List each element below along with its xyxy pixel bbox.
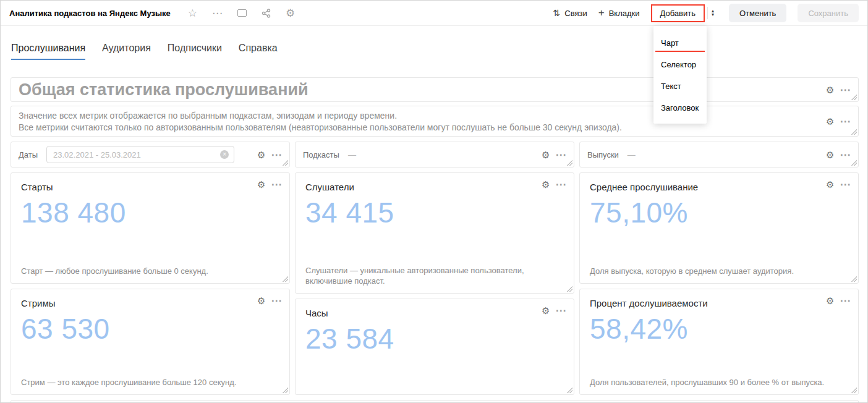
stat-title: Старты	[21, 182, 279, 192]
menu-item-heading[interactable]: Заголовок	[653, 97, 707, 119]
resize-handle[interactable]	[282, 387, 288, 393]
selector-value[interactable]: —	[628, 150, 636, 159]
clear-icon[interactable]: ×	[220, 150, 229, 159]
add-widget-dropdown: Чарт Селектор Текст Заголовок	[653, 26, 707, 124]
date-range-value: 23.02.2021 - 25.03.2021	[53, 150, 141, 159]
tab-listens[interactable]: Прослушивания	[11, 43, 85, 60]
partial-widget	[11, 400, 859, 403]
more-options-icon[interactable]: ⋯	[271, 295, 283, 306]
more-options-icon[interactable]: ⋯	[840, 179, 851, 190]
resize-handle[interactable]	[566, 387, 572, 393]
more-options-icon[interactable]: ⋯	[840, 85, 851, 95]
more-options-icon[interactable]: ⋯	[556, 179, 567, 190]
favorite-star-icon[interactable]: ☆	[188, 8, 197, 19]
menu-item-chart[interactable]: Чарт	[653, 32, 707, 54]
gear-icon[interactable]: ⚙	[257, 180, 265, 189]
gear-icon[interactable]: ⚙	[826, 150, 834, 159]
resize-handle[interactable]	[851, 94, 857, 100]
stat-card-avg-listen: ⚙ ⋯ Среднее прослушивание 75,10% Доля вы…	[579, 172, 859, 284]
gear-icon[interactable]: ⚙	[257, 296, 265, 305]
more-options-icon[interactable]: ⋯	[271, 179, 283, 190]
share-icon[interactable]	[262, 9, 271, 18]
widget-actions: ⚙ ⋯	[542, 305, 566, 316]
dashboard-title: Аналитика подкастов на Яндекс Музыке	[9, 9, 171, 18]
add-tab-button[interactable]: + Вкладки	[598, 7, 640, 19]
more-options-icon[interactable]: ⋯	[556, 305, 567, 316]
stat-title: Стримы	[21, 298, 279, 308]
gear-icon[interactable]: ⚙	[826, 296, 834, 305]
resize-handle[interactable]	[851, 387, 857, 393]
cancel-button[interactable]: Отменить	[729, 4, 786, 22]
menu-item-selector[interactable]: Селектор	[653, 54, 707, 75]
selector-label: Выпуски	[587, 150, 619, 159]
section-heading: Общая статистика прослушиваний	[19, 80, 308, 100]
stat-caption: Доля пользователей, прослушавших 90 и бо…	[590, 377, 848, 388]
widget-actions: ⚙ ⋯	[826, 295, 851, 306]
more-options-icon[interactable]: ⋯	[840, 116, 851, 127]
text-widget: Значение всех метрик отображается по выб…	[11, 106, 859, 137]
sort-arrows-icon: ⇅	[553, 8, 561, 18]
stat-value: 63 530	[21, 312, 279, 346]
resize-handle[interactable]	[566, 286, 572, 292]
add-widget-button[interactable]: Добавить	[651, 4, 705, 22]
widget-actions: ⚙ ⋯	[257, 295, 282, 306]
selector-episodes: Выпуски — ⚙ ⋯	[579, 142, 859, 168]
more-options-icon[interactable]: ⋯	[556, 150, 567, 160]
stat-value: 34 415	[305, 196, 564, 229]
widget-actions: ⚙ ⋯	[826, 179, 851, 190]
stat-title: Слушатели	[305, 182, 564, 192]
more-options-icon[interactable]: ⋯	[840, 150, 851, 160]
add-widget-caret[interactable]: ▴ ▾	[707, 7, 718, 19]
resize-handle[interactable]	[851, 159, 857, 166]
gear-icon[interactable]: ⚙	[826, 85, 834, 95]
stat-caption: Старт — любое прослушивание больше 0 сек…	[21, 266, 279, 276]
stat-value: 75,10%	[590, 196, 848, 229]
resize-handle[interactable]	[566, 159, 572, 166]
gear-icon[interactable]: ⚙	[542, 180, 550, 189]
resize-handle[interactable]	[282, 159, 288, 166]
links-label: Связи	[564, 9, 587, 18]
tab-audience[interactable]: Аудитория	[102, 43, 151, 60]
resize-handle[interactable]	[282, 276, 288, 282]
stat-card-hours: ⚙ ⋯ Часы 23 584	[295, 299, 574, 395]
more-options-icon[interactable]: ⋯	[840, 295, 851, 306]
gear-icon[interactable]: ⚙	[257, 150, 265, 159]
more-options-icon[interactable]: ⋯	[271, 150, 283, 160]
stat-value: 138 480	[21, 196, 279, 229]
selector-dates: Даты 23.02.2021 - 25.03.2021 × ⚙ ⋯	[11, 142, 290, 168]
resize-handle[interactable]	[851, 276, 857, 282]
stat-card-starts: ⚙ ⋯ Старты 138 480 Старт — любое прослуш…	[11, 172, 290, 284]
gear-icon[interactable]: ⚙	[826, 117, 834, 126]
stat-card-streams: ⚙ ⋯ Стримы 63 530 Стрим — это каждое про…	[11, 289, 290, 395]
stat-caption: Стрим — это каждое прослушивание больше …	[21, 377, 279, 388]
tab-help[interactable]: Справка	[239, 43, 278, 60]
stat-title: Среднее прослушивание	[590, 182, 848, 192]
widget-actions: ⚙ ⋯	[257, 150, 282, 160]
gear-icon[interactable]: ⚙	[542, 306, 550, 315]
stat-caption: Слушатели — уникальные авторизованные по…	[305, 265, 564, 286]
stat-title: Часы	[305, 308, 564, 318]
resize-handle[interactable]	[851, 129, 857, 135]
stat-value: 23 584	[305, 322, 564, 355]
stat-caption: Доля выпуска, которую в среднем слушает …	[590, 266, 848, 276]
tab-subscribers[interactable]: Подписчики	[168, 43, 222, 60]
toolbar-actions: ⇅ Связи + Вкладки Добавить ▴ ▾ Отменить …	[553, 4, 859, 22]
gear-icon[interactable]: ⚙	[826, 180, 834, 189]
dashboard-tabs: Прослушивания Аудитория Подписчики Справ…	[11, 43, 278, 60]
save-button[interactable]: Сохранить	[798, 4, 859, 22]
selector-value[interactable]: —	[348, 150, 356, 159]
add-widget-split-button: Добавить ▴ ▾	[651, 4, 718, 22]
layout-frame-icon[interactable]	[237, 9, 247, 17]
date-range-input[interactable]: 23.02.2021 - 25.03.2021 ×	[46, 146, 234, 163]
description-line-2: Все метрики считаются только по авторизо…	[19, 122, 851, 134]
more-options-icon[interactable]: ⋯	[212, 8, 223, 19]
plus-icon: +	[598, 7, 605, 19]
menu-item-text[interactable]: Текст	[653, 75, 707, 97]
tabs-label: Вкладки	[609, 9, 640, 18]
stat-card-listeners: ⚙ ⋯ Слушатели 34 415 Слушатели — уникаль…	[295, 172, 574, 294]
toolbar-icon-group: ☆ ⋯ ⚙	[188, 8, 296, 19]
title-widget: Общая статистика прослушиваний ⚙ ⋯	[11, 77, 859, 102]
links-button[interactable]: ⇅ Связи	[553, 8, 587, 18]
settings-gear-icon[interactable]: ⚙	[286, 8, 295, 19]
gear-icon[interactable]: ⚙	[542, 150, 550, 159]
